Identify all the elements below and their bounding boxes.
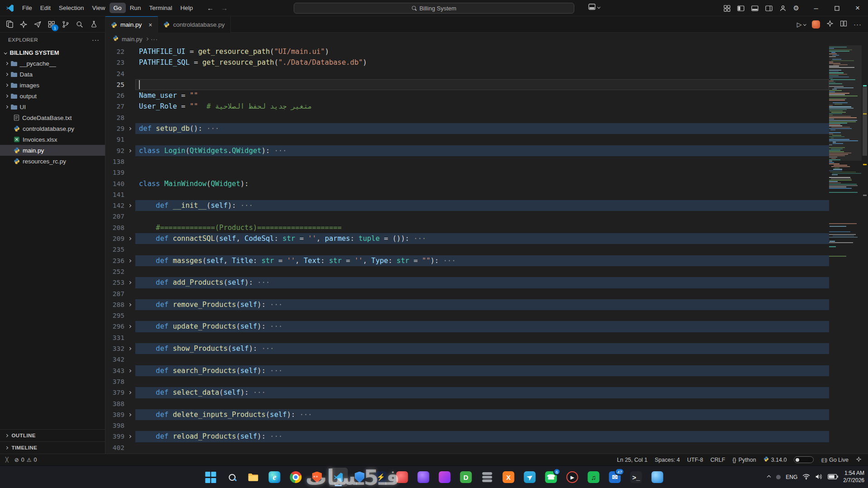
code-line-332[interactable]: 332 def show_Products(self): ···: [105, 343, 829, 354]
fold-chevron-icon[interactable]: [124, 145, 134, 156]
code-line-92[interactable]: 92class Login(QtWidgets.QWidget): ···: [105, 145, 829, 156]
code-line-141[interactable]: 141: [105, 189, 829, 200]
file-item-Invoices.xlsx[interactable]: Invoices.xlsx: [0, 134, 105, 145]
status-sparkle-icon[interactable]: [856, 456, 862, 464]
file-explorer-icon[interactable]: [244, 468, 263, 487]
code-line-252[interactable]: 252: [105, 266, 829, 277]
fold-chevron-icon[interactable]: [124, 299, 134, 310]
code-line-379[interactable]: 379 def select_data(self): ···: [105, 387, 829, 398]
spotify-icon[interactable]: ♫: [584, 468, 603, 487]
source-control-icon[interactable]: [59, 18, 72, 31]
photos-app-icon[interactable]: [435, 468, 454, 487]
blue-app-icon[interactable]: [648, 468, 667, 487]
minimize-button[interactable]: ─: [806, 0, 826, 16]
code-line-207[interactable]: 207: [105, 211, 829, 222]
telegram-icon[interactable]: ➤: [520, 468, 539, 487]
game-app-icon[interactable]: [414, 468, 433, 487]
tab-controldatabase.py[interactable]: controldatabase.py: [158, 16, 230, 33]
close-button[interactable]: ×: [847, 0, 868, 16]
split-editor-icon[interactable]: [840, 20, 847, 29]
fold-chevron-icon[interactable]: [124, 321, 134, 332]
code-line-343[interactable]: 343 def search_Products(self): ···: [105, 365, 829, 376]
extension-action-icon[interactable]: [812, 20, 820, 29]
database-app-icon[interactable]: [478, 468, 497, 487]
code-line-288[interactable]: 288 def remove_Products(self): ···: [105, 299, 829, 310]
code-line-23[interactable]: 23PATHFILE_SQL = get_resource_path("./Da…: [105, 57, 829, 68]
remote-indicator-icon[interactable]: ╳: [5, 457, 9, 463]
chrome-icon[interactable]: [286, 468, 305, 487]
file-item-resources_rc.py[interactable]: resources_rc.py: [0, 156, 105, 167]
test-flask-icon[interactable]: [87, 18, 100, 31]
python-interpreter[interactable]: 3.14.0: [763, 456, 787, 463]
code-line-399[interactable]: 399 def reload_Products(self): ···: [105, 431, 829, 442]
code-line-22[interactable]: 22PATHFILE_UI = get_resource_path("UI/ma…: [105, 46, 829, 57]
code-line-236[interactable]: 236 def massges(self, Title: str = '', T…: [105, 255, 829, 266]
wifi-icon[interactable]: [802, 474, 810, 481]
status-toggle-pill[interactable]: [794, 456, 814, 463]
menu-selection[interactable]: Selection: [55, 3, 88, 13]
breadcrumb-more[interactable]: ···: [151, 36, 158, 43]
code-line-29[interactable]: 29def setup_db(): ···: [105, 123, 829, 134]
dbeaver-icon[interactable]: D: [457, 468, 476, 487]
breadcrumb-file[interactable]: main.py: [122, 36, 143, 43]
code-line-295[interactable]: 295: [105, 310, 829, 321]
code-line-138[interactable]: 138: [105, 156, 829, 167]
code-line-142[interactable]: 142 def __init__(self): ···: [105, 200, 829, 211]
fold-chevron-icon[interactable]: [124, 233, 134, 244]
command-center-search[interactable]: Billing System: [294, 3, 574, 14]
fold-chevron-icon[interactable]: [124, 343, 134, 354]
code-line-389[interactable]: 389 def delete_inputs_Products(self): ··…: [105, 409, 829, 420]
sparkle-star-icon[interactable]: [17, 18, 30, 31]
toggle-secondary-sidebar-icon[interactable]: [765, 5, 773, 11]
xampp-icon[interactable]: X: [499, 468, 518, 487]
folder-item-images[interactable]: images: [0, 80, 105, 91]
fold-chevron-icon[interactable]: [124, 200, 134, 211]
eol-sequence[interactable]: CRLF: [711, 457, 725, 463]
forward-button[interactable]: →: [221, 4, 228, 12]
battery-icon[interactable]: [828, 474, 838, 481]
code-line-26[interactable]: 26Name_user = "": [105, 90, 829, 101]
breadcrumb[interactable]: main.py ···: [105, 33, 868, 45]
code-line-235[interactable]: 235: [105, 244, 829, 255]
file-item-CodeDataBase.txt[interactable]: CodeDataBase.txt: [0, 112, 105, 123]
folder-item-UI[interactable]: UI: [0, 101, 105, 112]
file-item-controldatabase.py[interactable]: controldatabase.py: [0, 123, 105, 134]
folder-item-output[interactable]: output: [0, 91, 105, 101]
tray-overflow-chevron-icon[interactable]: [767, 475, 771, 479]
fold-chevron-icon[interactable]: [124, 431, 134, 442]
terminal-icon[interactable]: >_: [627, 468, 646, 487]
code-area[interactable]: 22PATHFILE_UI = get_resource_path("UI/ma…: [105, 45, 868, 454]
back-button[interactable]: ←: [207, 4, 214, 12]
fold-chevron-icon[interactable]: [124, 365, 134, 376]
fold-chevron-icon[interactable]: [124, 387, 134, 398]
code-line-209[interactable]: 209 def connactSQL(self, CodeSql: str = …: [105, 233, 829, 244]
project-root-billing-system[interactable]: BILLING SYSTEM: [0, 47, 105, 58]
volume-icon[interactable]: [815, 474, 823, 481]
menu-run[interactable]: Run: [126, 3, 145, 13]
indentation[interactable]: Spaces: 4: [655, 457, 680, 463]
menu-view[interactable]: View: [88, 3, 110, 13]
run-button[interactable]: ▷: [797, 21, 806, 28]
code-line-140[interactable]: 140class MainWindow(QWidget):: [105, 178, 829, 189]
toggle-panel-icon[interactable]: [751, 5, 758, 11]
code-line-388[interactable]: 388: [105, 398, 829, 409]
code-line-402[interactable]: 402: [105, 442, 829, 453]
toggle-primary-sidebar-icon[interactable]: [737, 5, 744, 11]
settings-gear-icon[interactable]: ⚙: [793, 4, 799, 12]
code-line-398[interactable]: 398: [105, 420, 829, 431]
player-app-icon[interactable]: ▶: [563, 468, 582, 487]
encoding[interactable]: UTF-8: [687, 457, 703, 463]
account-icon[interactable]: [779, 5, 787, 12]
scrollbar-thumb[interactable]: [863, 87, 867, 156]
more-actions-icon[interactable]: ···: [854, 20, 862, 28]
layout-dropdown[interactable]: [588, 4, 600, 10]
code-line-139[interactable]: 139: [105, 167, 829, 178]
fold-chevron-icon[interactable]: [124, 277, 134, 288]
outline-section[interactable]: OUTLINE: [0, 429, 105, 441]
code-line-331[interactable]: 331: [105, 332, 829, 343]
extensions-icon[interactable]: 1: [45, 18, 58, 31]
tray-app-icon[interactable]: [776, 475, 781, 479]
maximize-button[interactable]: [826, 0, 847, 16]
code-line-378[interactable]: 378: [105, 376, 829, 387]
send-plane-icon[interactable]: [31, 18, 44, 31]
